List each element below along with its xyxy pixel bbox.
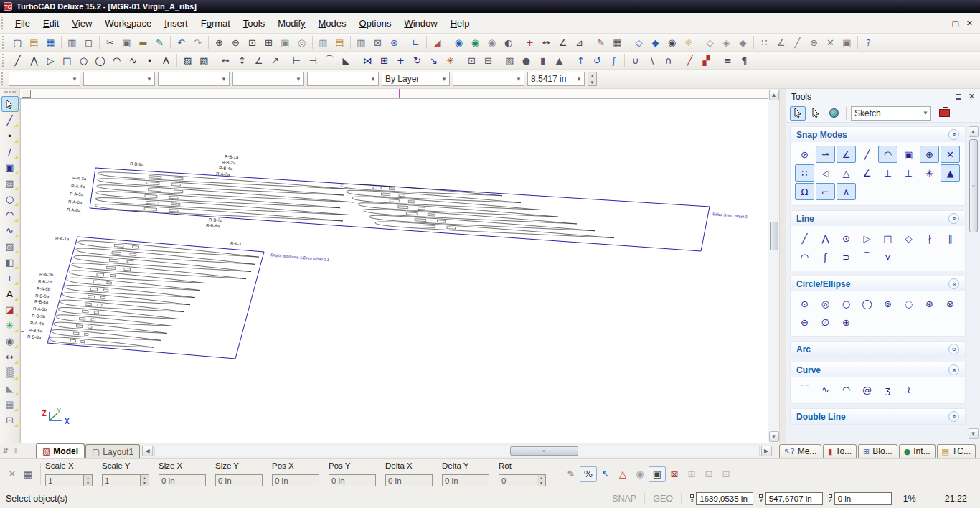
y-coordinate-field[interactable]: 547,6707 in	[765, 492, 823, 505]
slice-icon[interactable]: ╱	[682, 53, 698, 68]
move-icon[interactable]: +	[392, 53, 409, 68]
circle-icon[interactable]: ○	[75, 53, 92, 68]
chevron-down-icon[interactable]: «	[948, 344, 959, 354]
snap-tangent-icon[interactable]: ∠	[857, 164, 877, 182]
insert-object-icon[interactable]: ⊠	[369, 35, 386, 50]
bezier-icon[interactable]: ⌒	[795, 381, 814, 398]
rotated-rectangle-icon[interactable]: ◇	[899, 230, 918, 247]
cancel-selection-icon[interactable]: ✕	[4, 469, 20, 479]
zoom-in-icon[interactable]: ⊕	[211, 35, 227, 50]
palette-tab-internet[interactable]: ●Int...	[899, 444, 936, 458]
revision-cloud-icon[interactable]: ≀	[899, 381, 918, 398]
dock-panel-icon[interactable]: ⊩	[11, 447, 23, 455]
circle-3-point-icon[interactable]: ◯	[857, 295, 877, 312]
snap-intersection-toggle-icon[interactable]: ✕	[822, 35, 839, 50]
menu-format[interactable]: Format	[194, 16, 237, 31]
render-sphere-icon[interactable]: ◐	[500, 35, 517, 50]
percent-mode-icon[interactable]: %	[580, 466, 597, 482]
snap-grid-toggle-icon[interactable]: ∷	[756, 35, 773, 50]
vertical-scrollbar[interactable]: ▲ ▼	[768, 89, 779, 443]
circle-tool-icon[interactable]: ○	[1, 191, 19, 207]
field-input[interactable]: 0 in	[159, 474, 206, 486]
sketch-segment-icon[interactable]: ╱	[1, 112, 19, 128]
palette-tab-tools[interactable]: ▮To...	[823, 444, 857, 458]
snap-workplane-icon[interactable]: ▲	[941, 164, 960, 182]
snap-grid-icon[interactable]: ∷	[795, 164, 814, 182]
text-style-combo[interactable]: ▼	[232, 72, 304, 86]
measure-area-icon[interactable]: ⊿	[571, 35, 588, 50]
insert-picture-icon[interactable]: ▥	[315, 35, 331, 50]
circle-tan-3-icon[interactable]: ◌	[899, 295, 918, 312]
workplane-by-points-icon[interactable]: ◆	[647, 35, 664, 50]
camera-icon[interactable]: ◉	[664, 35, 680, 50]
tab-scroll-left-button[interactable]: ◀	[142, 446, 153, 456]
field-input[interactable]: 1	[102, 474, 141, 486]
angular-line-icon[interactable]: ⋎	[878, 248, 897, 265]
grid-a-icon[interactable]: ⊞	[683, 466, 700, 482]
cone-3d-icon[interactable]: ▲	[551, 53, 567, 68]
arc-icon[interactable]: ◠	[108, 53, 125, 68]
palette-tab-measure[interactable]: ↖?Me...	[779, 444, 822, 458]
dimension-tool-icon[interactable]: ↔	[1, 349, 19, 364]
perpendicular-to-arc-icon[interactable]: ⌒	[857, 248, 877, 265]
chevron-up-icon[interactable]: «	[948, 411, 959, 422]
sketch-curve-icon[interactable]: ʒ	[878, 381, 897, 398]
line-tool-icon[interactable]: ∕	[1, 144, 19, 159]
style-manager-icon[interactable]: ¶	[736, 53, 753, 68]
palette-splitter[interactable]	[779, 89, 786, 443]
copy-icon[interactable]: ▣	[118, 35, 135, 50]
rectangle-tool-icon[interactable]: ▣	[1, 159, 19, 175]
rib-outline[interactable]	[98, 177, 344, 197]
grid-c-icon[interactable]: ⊡	[717, 466, 735, 482]
trim-icon[interactable]: ⊢	[288, 53, 305, 68]
grid-b-icon[interactable]: ⊟	[700, 466, 717, 482]
snap-center-toggle-icon[interactable]: ⊕	[806, 35, 822, 50]
tangent-from-arc-icon[interactable]: ʃ	[816, 248, 835, 265]
leader-icon[interactable]: ↗	[267, 53, 283, 68]
parallel-line-icon[interactable]: ∥	[941, 230, 960, 247]
section-header[interactable]: Circle/Ellipse«	[791, 276, 965, 291]
snap-midpoint-icon[interactable]: ╱	[857, 146, 877, 163]
horizontal-scroll-thumb[interactable]: ≡	[510, 446, 578, 456]
horizontal-scrollbar[interactable]: ≡	[154, 446, 760, 456]
field-stepper[interactable]: ▲▼	[84, 474, 93, 486]
facet-tool-icon[interactable]: ▦	[1, 396, 19, 412]
fillet-icon[interactable]: ⌒	[321, 53, 338, 68]
paste-special-icon[interactable]: ▥	[353, 35, 369, 50]
properties-icon[interactable]: ≡	[720, 53, 736, 68]
field-input[interactable]: 0 in	[385, 474, 433, 486]
snap-midpoint-toggle-icon[interactable]: ╱	[789, 35, 806, 50]
palette-world-tool[interactable]	[826, 106, 842, 121]
section-header[interactable]: Line«	[791, 211, 965, 226]
minimize-child-button[interactable]: –	[940, 19, 944, 28]
tab-model[interactable]: ▧Model	[36, 443, 85, 458]
field-input[interactable]: 0 in	[442, 474, 489, 486]
menu-modify[interactable]: Modify	[271, 16, 311, 31]
undo-icon[interactable]: ↶	[173, 35, 189, 50]
chevron-up-icon[interactable]: «	[948, 278, 959, 289]
ucs-world-icon[interactable]: ∟	[407, 35, 424, 50]
coordinate-table-icon[interactable]: ▦	[20, 469, 36, 479]
scroll-up-button[interactable]: ▲	[969, 126, 979, 137]
snap-quadrant-toggle-icon[interactable]: ▣	[839, 35, 855, 50]
snap-quadrant-icon[interactable]: ▣	[899, 146, 918, 163]
print-preview-icon[interactable]: ◻	[80, 35, 97, 50]
snap-perpendicular-2-icon[interactable]: ⊥	[899, 164, 918, 182]
rib-outline[interactable]	[54, 321, 167, 336]
field-input[interactable]: 0	[499, 474, 537, 486]
linestyle-combo[interactable]: ▼	[83, 72, 155, 86]
erase-icon[interactable]: ◢	[429, 35, 446, 50]
color-combo[interactable]: By Layer▼	[382, 72, 450, 86]
open-icon[interactable]: ▤	[26, 35, 42, 50]
palette-tab-blocks[interactable]: ⊞Blo...	[858, 444, 897, 458]
line-icon[interactable]: ╱	[9, 53, 26, 68]
scroll-down-button[interactable]: ▼	[769, 431, 779, 442]
zoom-previous-icon[interactable]: ◎	[293, 35, 310, 50]
drawing-canvas[interactable]: Z Y X R-A-3aR-A-4aR-A-5aR-A-6aR-A-8aR-B-…	[20, 99, 768, 443]
menu-workspace[interactable]: Workspace	[98, 16, 158, 31]
rib-outline[interactable]	[97, 184, 354, 204]
polygon-vertex-icon[interactable]: ▷	[857, 230, 877, 247]
cut-icon[interactable]: ✂	[102, 35, 118, 50]
hatch-icon[interactable]: ▨	[179, 53, 196, 68]
spiral-icon[interactable]: @	[857, 381, 877, 398]
